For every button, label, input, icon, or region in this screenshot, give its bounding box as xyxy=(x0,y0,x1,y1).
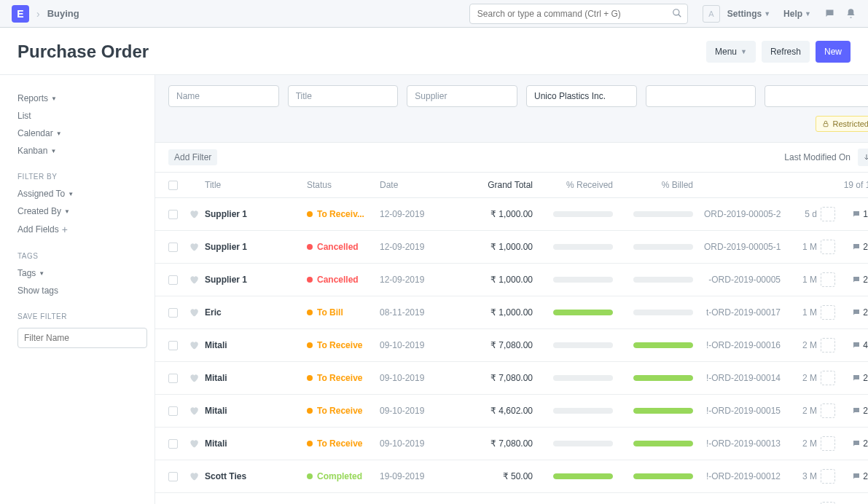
add-filter-button[interactable]: Add Filter xyxy=(168,149,217,165)
col-date[interactable]: Date xyxy=(380,180,460,190)
col-title[interactable]: Title xyxy=(205,180,307,190)
table-row[interactable]: MitaliTo Receive09-10-2019₹ 7,080.00!-OR… xyxy=(155,362,868,395)
col-received[interactable]: % Received xyxy=(533,180,613,190)
heart-icon[interactable] xyxy=(189,438,199,449)
row-checkbox[interactable] xyxy=(168,275,178,285)
bell-icon[interactable] xyxy=(845,8,856,19)
select-all-checkbox[interactable] xyxy=(168,181,178,190)
table-row[interactable]: Supplier 1Cancelled12-09-2019₹ 1,000.00-… xyxy=(155,264,868,296)
new-button[interactable]: New xyxy=(816,41,851,63)
table-row[interactable]: MitaliTo Receive09-10-2019₹ 7,080.00!-OR… xyxy=(155,428,868,460)
table-row[interactable]: Supplier 1To Receiv...12-09-2019₹ 1,000.… xyxy=(155,198,868,231)
row-age: 1 M xyxy=(781,242,817,252)
table-row[interactable]: EricTo Bill08-11-2019₹ 1,000.00t-ORD-201… xyxy=(155,296,868,329)
heart-icon[interactable] xyxy=(189,471,199,481)
assign-button[interactable] xyxy=(821,207,835,221)
chat-icon[interactable] xyxy=(824,8,835,19)
filter-name-input[interactable] xyxy=(17,328,147,348)
sidebar-filter-assigned-to[interactable]: Assigned To▼ xyxy=(17,185,137,202)
comment-icon xyxy=(852,472,861,481)
col-grand-total[interactable]: Grand Total xyxy=(460,180,533,190)
sidebar-filter-created-by[interactable]: Created By▼ xyxy=(17,202,137,220)
row-comments[interactable]: 2 xyxy=(839,242,868,252)
row-checkbox[interactable] xyxy=(168,308,178,318)
row-checkbox[interactable] xyxy=(168,210,178,219)
filter-field-0[interactable]: Name xyxy=(168,85,279,107)
row-checkbox[interactable] xyxy=(168,472,178,481)
row-comments[interactable]: 4 xyxy=(839,340,868,350)
filter-field-5[interactable] xyxy=(765,85,868,107)
sidebar-item-kanban[interactable]: Kanban▼ xyxy=(17,142,137,160)
app-logo[interactable]: E xyxy=(12,5,29,23)
main-content: NameTitleSupplierUnico Plastics Inc. Res… xyxy=(155,75,868,504)
breadcrumb[interactable]: Buying xyxy=(47,8,79,19)
table-row[interactable]: Chawla TradersTo Receiv...18-09-2019₹ 7,… xyxy=(155,493,868,504)
heart-icon[interactable] xyxy=(189,275,199,285)
table-row[interactable]: MitaliTo Receive09-10-2019₹ 4,602.00!-OR… xyxy=(155,395,868,428)
restricted-badge[interactable]: Restricted xyxy=(816,116,868,132)
filter-field-4[interactable] xyxy=(646,85,756,107)
filter-field-1[interactable]: Title xyxy=(288,85,399,107)
assign-button[interactable] xyxy=(821,305,835,320)
svg-rect-2 xyxy=(824,124,829,127)
assign-button[interactable] xyxy=(821,436,835,451)
row-comments[interactable]: 2 xyxy=(839,307,868,318)
help-menu[interactable]: Help▼ xyxy=(783,9,811,19)
assign-button[interactable] xyxy=(821,272,835,287)
row-comments[interactable]: 2 xyxy=(839,373,868,383)
row-comments[interactable]: 2 xyxy=(839,438,868,449)
heart-icon[interactable] xyxy=(189,242,199,252)
chevron-down-icon: ▼ xyxy=(740,48,747,55)
row-checkbox[interactable] xyxy=(168,439,178,449)
heart-icon[interactable] xyxy=(189,209,199,219)
sidebar-item-list[interactable]: List xyxy=(17,107,137,125)
assign-button[interactable] xyxy=(821,403,835,418)
heart-icon[interactable] xyxy=(189,373,199,383)
heart-icon[interactable] xyxy=(189,406,199,416)
assign-button[interactable] xyxy=(821,338,835,353)
row-status: To Receive xyxy=(307,438,380,449)
row-age: 2 M xyxy=(781,373,817,383)
row-total: ₹ 50.00 xyxy=(460,471,533,481)
row-checkbox[interactable] xyxy=(168,406,178,416)
row-billed xyxy=(613,441,693,446)
sidebar-filter-add-fields[interactable]: Add Fields+ xyxy=(17,220,137,239)
assign-button[interactable] xyxy=(821,240,835,254)
table-row[interactable]: Supplier 1Cancelled12-09-2019₹ 1,000.00O… xyxy=(155,231,868,264)
row-date: 19-09-2019 xyxy=(380,471,460,481)
row-checkbox[interactable] xyxy=(168,374,178,383)
row-comments[interactable]: 2 xyxy=(839,406,868,416)
row-title: Supplier 1 xyxy=(205,242,307,252)
search-icon[interactable] xyxy=(672,8,682,18)
row-checkbox[interactable] xyxy=(168,243,178,252)
assign-button[interactable] xyxy=(821,469,835,484)
sidebar-tags[interactable]: Tags▼ xyxy=(17,264,137,282)
sidebar-item-reports[interactable]: Reports▼ xyxy=(17,90,137,107)
filter-field-3[interactable]: Unico Plastics Inc. xyxy=(526,85,637,107)
row-comments[interactable]: 2 xyxy=(839,471,868,481)
assign-button[interactable] xyxy=(821,371,835,385)
sort-by-label[interactable]: Last Modified On xyxy=(784,152,851,162)
refresh-button[interactable]: Refresh xyxy=(762,41,810,63)
search-input[interactable] xyxy=(469,4,688,24)
heart-icon[interactable] xyxy=(189,340,199,350)
chevron-down-icon: ▼ xyxy=(805,10,811,17)
row-total: ₹ 7,080.00 xyxy=(460,438,533,449)
sidebar-show-tags[interactable]: Show tags xyxy=(17,282,137,299)
settings-menu[interactable]: Settings▼ xyxy=(727,9,770,19)
avatar[interactable]: A xyxy=(703,5,720,23)
table-row[interactable]: MitaliTo Receive09-10-2019₹ 7,080.00!-OR… xyxy=(155,329,868,362)
sidebar-item-calendar[interactable]: Calendar▼ xyxy=(17,125,137,142)
menu-button[interactable]: Menu▼ xyxy=(706,41,756,63)
sort-direction-button[interactable] xyxy=(858,149,868,166)
row-comments[interactable]: 2 xyxy=(839,275,868,285)
row-received xyxy=(533,211,613,217)
table-row[interactable]: Scott TiesCompleted19-09-2019₹ 50.00!-OR… xyxy=(155,460,868,493)
heart-icon[interactable] xyxy=(189,307,199,318)
row-billed xyxy=(613,310,693,315)
col-status[interactable]: Status xyxy=(307,180,380,190)
col-billed[interactable]: % Billed xyxy=(613,180,693,190)
filter-field-2[interactable]: Supplier xyxy=(407,85,517,107)
row-checkbox[interactable] xyxy=(168,341,178,350)
row-comments[interactable]: 1 xyxy=(839,209,868,219)
